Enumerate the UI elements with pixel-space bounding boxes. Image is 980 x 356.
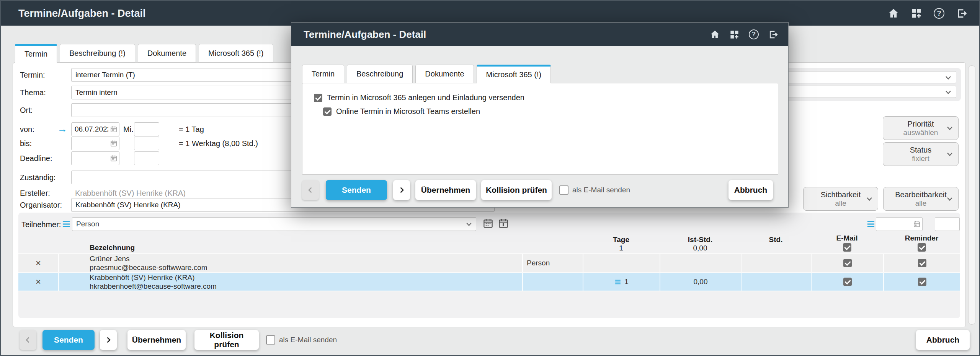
apps-add-icon[interactable]	[729, 29, 740, 40]
menu-icon[interactable]	[866, 220, 876, 228]
tab-microsoft365[interactable]: Microsoft 365 (!)	[477, 65, 551, 83]
chevron-down-icon	[464, 219, 474, 229]
als-email-senden-option: als E-Mail senden	[266, 335, 337, 345]
als-email-senden-option: als E-Mail senden	[559, 185, 630, 195]
dialog-header: Termine/Aufgaben - Detail ?	[291, 23, 788, 46]
col-email: E-Mail	[811, 234, 883, 254]
microsoft365-tab-content: Termin in Microsoft 365 anlegen und Einl…	[302, 83, 778, 175]
prioritaet-dropdown[interactable]: Priorität auswählen	[883, 116, 959, 140]
tab-termin[interactable]: Termin	[15, 44, 57, 63]
participant-time-input[interactable]	[935, 217, 960, 231]
participant-type-select[interactable]: Person	[72, 217, 476, 231]
email-cell	[811, 273, 883, 291]
std-cell	[741, 273, 811, 291]
email-cell	[811, 254, 883, 272]
von-date-field	[71, 122, 119, 136]
chevron-down-icon	[944, 88, 953, 97]
participants-panel: Teilnehmer: Person Bezeichnung Tage1 Ist…	[18, 213, 960, 318]
email-checkbox[interactable]	[843, 278, 852, 286]
kollision-pruefen-button[interactable]: Kollision prüfen	[481, 180, 552, 200]
bis-label: bis:	[20, 139, 32, 148]
organisator-label: Organisator:	[20, 201, 62, 210]
teams-online-checkbox[interactable]	[323, 107, 332, 116]
senden-button[interactable]: Senden	[326, 180, 387, 200]
logout-icon[interactable]	[768, 29, 778, 40]
abbruch-button[interactable]: Abbruch	[728, 180, 773, 200]
tab-dokumente[interactable]: Dokumente	[138, 44, 196, 63]
von-time-input[interactable]	[134, 122, 159, 136]
email-all-checkbox[interactable]	[843, 243, 851, 252]
uebernehmen-button[interactable]: Übernehmen	[415, 180, 476, 200]
dialog-title: Termine/Aufgaben - Detail	[304, 29, 426, 41]
calendar-month-icon[interactable]	[482, 217, 494, 229]
abbruch-button[interactable]: Abbruch	[916, 330, 970, 350]
m365-create-checkbox[interactable]	[314, 94, 322, 102]
reminder-checkbox[interactable]	[918, 259, 926, 267]
page-title: Termine/Aufgaben - Detail	[18, 8, 146, 20]
bis-time-input[interactable]	[134, 137, 159, 150]
apps-add-icon[interactable]	[911, 8, 922, 19]
participant-type-cell	[522, 273, 583, 291]
calendar-icon[interactable]	[913, 220, 921, 228]
ersteller-label: Ersteller:	[20, 189, 50, 198]
tab-beschreibung[interactable]: Beschreibung (!)	[60, 44, 135, 63]
std-cell	[741, 254, 811, 272]
als-email-senden-checkbox[interactable]	[266, 335, 275, 345]
uebernehmen-button[interactable]: Übernehmen	[127, 330, 186, 350]
calendar-icon[interactable]	[110, 125, 118, 133]
tab-microsoft365[interactable]: Microsoft 365 (!)	[199, 44, 273, 63]
delete-row-button[interactable]: ×	[18, 254, 59, 272]
vertical-scrollbar[interactable]	[968, 65, 975, 325]
logout-icon[interactable]	[956, 8, 967, 19]
reminder-checkbox[interactable]	[918, 278, 926, 286]
participant-name-cell: Grüner Jenspraesmuc@because-softwware.co…	[90, 254, 522, 272]
arrow-icon: →	[57, 123, 67, 135]
senden-button[interactable]: Senden	[42, 330, 95, 350]
m365-option-row: Termin in Microsoft 365 anlegen und Einl…	[314, 93, 524, 102]
calendar-icon[interactable]	[110, 154, 118, 162]
status-dropdown[interactable]: Status fixiert	[883, 142, 959, 166]
tage-cell	[583, 254, 660, 272]
next-button[interactable]	[393, 180, 410, 200]
teilnehmer-label: Teilnehmer:	[21, 220, 61, 229]
menu-icon[interactable]	[61, 220, 71, 228]
calendar-icon[interactable]	[110, 140, 118, 147]
calendar-day-icon[interactable]	[498, 217, 509, 229]
col-bezeichnung: Bezeichnung	[90, 244, 522, 254]
prev-button[interactable]	[20, 330, 36, 350]
chevron-down-icon	[945, 124, 954, 133]
kollision-pruefen-button[interactable]: Kollision prüfen	[194, 330, 259, 350]
email-checkbox[interactable]	[843, 259, 852, 267]
tab-dokumente[interactable]: Dokumente	[415, 65, 474, 83]
col-tage: Tage1	[583, 236, 660, 252]
menu-icon[interactable]	[614, 279, 621, 285]
table-row[interactable]: × Krabbenhöft (SV) Henrike (KRA)hkrabben…	[18, 272, 960, 291]
bis-hint: = 1 Werktag (8,00 Std.)	[179, 139, 258, 148]
chevron-down-icon	[865, 194, 874, 203]
termin-label: Termin:	[20, 71, 45, 80]
table-row[interactable]: × Grüner Jenspraesmuc@because-softwware.…	[18, 253, 960, 272]
prev-button[interactable]	[302, 180, 319, 200]
participants-table-header: Bezeichnung Tage1 Ist-Std.0,00 Std. E-Ma…	[18, 234, 960, 253]
bis-date-field	[71, 137, 119, 150]
col-std: Std.	[741, 236, 811, 252]
col-ist-std: Ist-Std.0,00	[660, 236, 741, 252]
als-email-senden-checkbox[interactable]	[559, 185, 568, 195]
tab-beschreibung[interactable]: Beschreibung	[347, 65, 413, 83]
help-icon[interactable]: ?	[749, 29, 759, 39]
sichtbarkeit-dropdown[interactable]: Sichtbarkeit alle	[803, 187, 878, 211]
deadline-time-input[interactable]	[134, 151, 159, 165]
tage-cell: 1	[583, 273, 660, 291]
next-button[interactable]	[100, 330, 117, 350]
help-icon[interactable]: ?	[934, 8, 944, 19]
ist-std-cell: 0,00	[660, 273, 741, 291]
home-icon[interactable]	[710, 29, 720, 40]
header-icon-group: ?	[888, 8, 967, 19]
reminder-all-checkbox[interactable]	[918, 243, 926, 252]
bearbeitbarkeit-dropdown[interactable]: Bearbeitbarkeit alle	[883, 187, 959, 211]
chevron-down-icon	[945, 194, 954, 203]
tab-termin[interactable]: Termin	[302, 65, 344, 83]
delete-row-button[interactable]: ×	[18, 273, 59, 291]
participant-date-field	[876, 217, 923, 231]
home-icon[interactable]	[888, 8, 899, 19]
